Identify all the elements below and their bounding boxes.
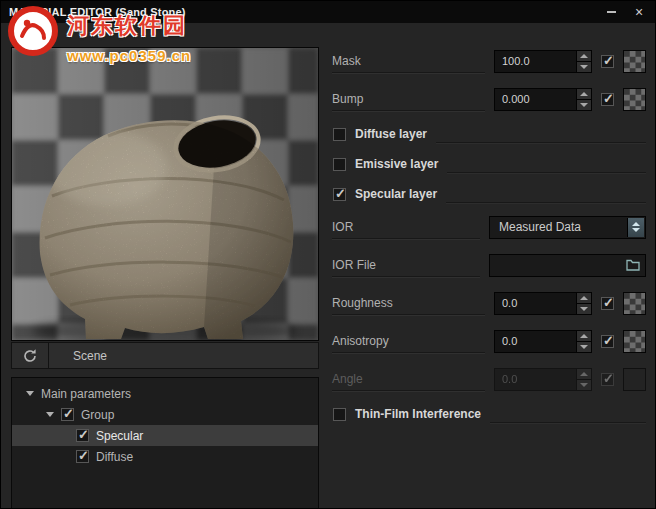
specular-layer-label: Specular layer bbox=[355, 187, 437, 201]
specular-layer-row: Specular layer bbox=[320, 185, 656, 203]
angle-texture-button bbox=[623, 368, 646, 391]
angle-spin-up bbox=[577, 369, 591, 379]
material-editor-window: MATERIAL EDITOR (Sand Stone) × 河东软件园 www… bbox=[0, 0, 656, 509]
specular-layer-checkbox[interactable] bbox=[333, 188, 346, 201]
spin-up-icon bbox=[580, 372, 588, 376]
tree-item-group[interactable]: Group bbox=[12, 404, 318, 425]
bump-value: 0.000 bbox=[502, 93, 530, 105]
folder-icon bbox=[626, 259, 640, 271]
layers-tree: Main parameters Group Specular Diffuse bbox=[11, 377, 319, 509]
thin-film-checkbox[interactable] bbox=[333, 408, 346, 421]
roughness-value: 0.0 bbox=[502, 297, 517, 309]
bump-spin-up[interactable] bbox=[577, 89, 591, 99]
mask-value: 100.0 bbox=[502, 55, 530, 67]
expander-icon[interactable] bbox=[26, 391, 34, 396]
diffuse-layer-checkbox[interactable] bbox=[333, 128, 346, 141]
bump-spin-down[interactable] bbox=[577, 99, 591, 110]
minimize-button[interactable] bbox=[603, 4, 619, 20]
expander-icon[interactable] bbox=[46, 412, 54, 417]
mask-spin-up[interactable] bbox=[577, 51, 591, 61]
tree-item-diffuse[interactable]: Diffuse bbox=[12, 446, 318, 467]
anisotropy-texture-button[interactable] bbox=[623, 330, 646, 353]
tree-item-main-parameters[interactable]: Main parameters bbox=[12, 383, 318, 404]
mask-row: Mask 100.0 bbox=[320, 49, 656, 73]
minimize-icon bbox=[607, 11, 616, 13]
spin-up-icon bbox=[580, 334, 588, 338]
refresh-icon bbox=[22, 348, 38, 364]
ior-dropdown[interactable]: Measured Data bbox=[489, 216, 646, 239]
bump-input[interactable]: 0.000 bbox=[494, 88, 592, 111]
tree-item-label: Specular bbox=[96, 429, 143, 443]
anisotropy-spin-up[interactable] bbox=[577, 331, 591, 341]
spin-down-icon bbox=[580, 307, 588, 311]
mask-spin-down[interactable] bbox=[577, 61, 591, 72]
close-button[interactable]: × bbox=[631, 4, 647, 20]
divider bbox=[490, 413, 646, 423]
dropdown-down-icon bbox=[632, 228, 640, 232]
ior-file-label: IOR File bbox=[332, 258, 376, 272]
angle-input: 0.0 bbox=[494, 368, 592, 391]
ior-file-input[interactable] bbox=[489, 254, 646, 277]
bump-row: Bump 0.000 bbox=[320, 87, 656, 111]
angle-label: Angle bbox=[332, 372, 363, 386]
anisotropy-enable-checkbox[interactable] bbox=[601, 335, 614, 348]
thin-film-row: Thin-Film Interference bbox=[320, 405, 656, 423]
divider bbox=[436, 133, 646, 143]
parameters-panel: Mask 100.0 Bump 0.000 bbox=[320, 23, 656, 509]
roughness-row: Roughness 0.0 bbox=[320, 291, 656, 315]
group-checkbox[interactable] bbox=[61, 408, 74, 421]
mask-texture-button[interactable] bbox=[623, 50, 646, 73]
angle-row: Angle 0.0 bbox=[320, 367, 656, 391]
scene-selector[interactable]: Scene bbox=[49, 343, 318, 368]
roughness-input[interactable]: 0.0 bbox=[494, 292, 592, 315]
material-preview-render[interactable] bbox=[12, 48, 318, 340]
roughness-spin-down[interactable] bbox=[577, 303, 591, 314]
dropdown-up-icon bbox=[632, 222, 640, 226]
ior-file-row: IOR File bbox=[320, 253, 656, 277]
spin-down-icon bbox=[580, 65, 588, 69]
ior-row: IOR Measured Data bbox=[320, 215, 656, 239]
anisotropy-value: 0.0 bbox=[502, 335, 517, 347]
emissive-layer-label: Emissive layer bbox=[355, 157, 438, 171]
scene-bar: Scene bbox=[11, 342, 319, 369]
anisotropy-spin-down[interactable] bbox=[577, 341, 591, 352]
tree-item-label: Main parameters bbox=[41, 387, 131, 401]
diffuse-checkbox[interactable] bbox=[76, 450, 89, 463]
ior-selected-value: Measured Data bbox=[499, 220, 581, 234]
scene-label: Scene bbox=[73, 349, 107, 363]
thin-film-label: Thin-Film Interference bbox=[355, 407, 481, 421]
anisotropy-input[interactable]: 0.0 bbox=[494, 330, 592, 353]
ior-dropdown-button[interactable] bbox=[627, 218, 644, 237]
close-icon: × bbox=[635, 5, 643, 19]
ior-file-browse-button[interactable] bbox=[622, 257, 643, 274]
watermark-logo-icon bbox=[7, 5, 59, 57]
specular-checkbox[interactable] bbox=[76, 429, 89, 442]
ior-label: IOR bbox=[332, 220, 353, 234]
material-preview bbox=[11, 47, 319, 341]
watermark-text: 河东软件园 www.pc0359.cn bbox=[67, 5, 191, 64]
tree-item-label: Group bbox=[81, 408, 114, 422]
anisotropy-row: Anisotropy 0.0 bbox=[320, 329, 656, 353]
roughness-texture-button[interactable] bbox=[623, 292, 646, 315]
mask-input[interactable]: 100.0 bbox=[494, 50, 592, 73]
anisotropy-label: Anisotropy bbox=[332, 334, 389, 348]
bump-texture-button[interactable] bbox=[623, 88, 646, 111]
spin-up-icon bbox=[580, 92, 588, 96]
emissive-layer-row: Emissive layer bbox=[320, 155, 656, 173]
tree-item-specular[interactable]: Specular bbox=[12, 425, 318, 446]
watermark-site-name: 河东软件园 bbox=[67, 11, 191, 41]
bump-label: Bump bbox=[332, 92, 363, 106]
diffuse-layer-row: Diffuse layer bbox=[320, 125, 656, 143]
bump-enable-checkbox[interactable] bbox=[601, 93, 614, 106]
spin-down-icon bbox=[580, 345, 588, 349]
roughness-label: Roughness bbox=[332, 296, 393, 310]
roughness-enable-checkbox[interactable] bbox=[601, 297, 614, 310]
angle-enable-checkbox bbox=[601, 373, 614, 386]
spin-down-icon bbox=[580, 383, 588, 387]
roughness-spin-up[interactable] bbox=[577, 293, 591, 303]
watermark: 河东软件园 www.pc0359.cn bbox=[7, 5, 191, 64]
mask-enable-checkbox[interactable] bbox=[601, 55, 614, 68]
refresh-preview-button[interactable] bbox=[12, 343, 49, 368]
emissive-layer-checkbox[interactable] bbox=[333, 158, 346, 171]
angle-spin-down bbox=[577, 379, 591, 390]
